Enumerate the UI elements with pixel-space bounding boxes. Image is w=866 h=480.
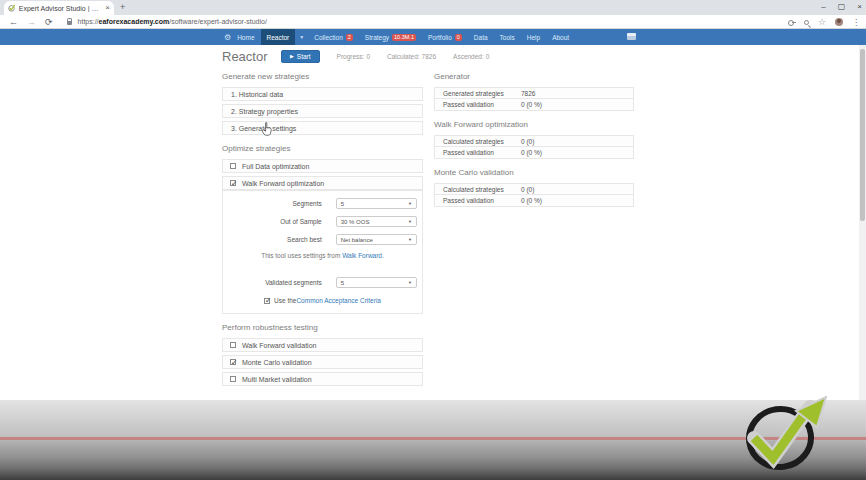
walk-forward-optimization-row[interactable]: Walk Forward optimization: [222, 176, 423, 190]
ascended-label: Ascended:: [453, 53, 484, 60]
accordion-item-generator-settings[interactable]: 3. Generator settings: [222, 121, 423, 135]
full-data-checkbox[interactable]: [230, 163, 236, 169]
validated-segments-value: 5: [341, 280, 344, 286]
monte-carlo-validation-row[interactable]: Monte Carlo validation: [222, 355, 423, 369]
row-label: Calculated strategies: [443, 186, 504, 193]
close-button[interactable]: ×: [857, 0, 862, 13]
nav-collection[interactable]: Collection2: [308, 29, 359, 45]
refresh-icon[interactable]: ⟳: [45, 16, 53, 28]
nav-home-label: Home: [237, 34, 254, 41]
segments-label: Segments: [228, 200, 322, 207]
segments-select[interactable]: 5▼: [336, 198, 417, 209]
monte-carlo-validation-checkbox[interactable]: [230, 359, 236, 365]
browser-tab-strip: Expert Advisor Studio | EA Fore × + – ▢ …: [0, 0, 866, 15]
row-value: 0 (0): [521, 186, 534, 193]
tab-title: Expert Advisor Studio | EA Fore: [19, 5, 103, 12]
validated-segments-select[interactable]: 5▼: [336, 277, 417, 288]
caret-down-icon: ▼: [408, 219, 412, 224]
row-value: 0 (0 %): [521, 101, 542, 108]
caret-down-icon: ▼: [408, 237, 412, 242]
accordion-item-historical-data[interactable]: 1. Historical data: [222, 87, 423, 101]
profile-avatar[interactable]: [835, 18, 843, 26]
calculated-stat: Calculated:7826: [387, 53, 436, 60]
collection-badge: 2: [346, 34, 353, 41]
nav-collection-label: Collection: [314, 34, 343, 41]
table-row: Passed validation0 (0 %): [434, 195, 634, 207]
nav-about[interactable]: About: [546, 29, 575, 45]
gear-icon[interactable]: ⚙: [224, 29, 231, 45]
results-column: Generator Generated strategies7826 Passe…: [434, 70, 634, 211]
screen: Expert Advisor Studio | EA Fore × + – ▢ …: [0, 0, 866, 480]
search-best-select[interactable]: Net balance▼: [336, 234, 417, 245]
reactor-dropdown-caret-icon[interactable]: ▼: [295, 29, 308, 45]
calculated-label: Calculated:: [387, 53, 420, 60]
acceptance-criteria-link[interactable]: Common Acceptance Criteria: [296, 297, 381, 304]
caret-down-icon: ▼: [408, 201, 412, 206]
ea-forex-academy-logo: [734, 396, 842, 476]
new-tab-button[interactable]: +: [120, 2, 125, 12]
walk-forward-link[interactable]: Walk Forward: [342, 252, 382, 259]
walk-forward-results-title: Walk Forward optimization: [434, 120, 634, 130]
acceptance-criteria-row: Use the Common Acceptance Criteria: [228, 297, 417, 304]
language-flag-icon[interactable]: [627, 33, 636, 40]
url-host: eaforexacademy.com: [99, 18, 170, 25]
walk-forward-checkbox[interactable]: [230, 180, 236, 186]
page-scrollbar[interactable]: [859, 45, 866, 400]
key-icon[interactable]: [788, 21, 795, 24]
walk-forward-label: Walk Forward optimization: [242, 180, 324, 187]
menu-kebab-icon[interactable]: ⋮: [852, 18, 860, 27]
nav-help[interactable]: Help: [521, 29, 546, 45]
validated-segments-label: Validated segments: [228, 279, 322, 286]
strategy-badge: 10.3M.1: [392, 34, 416, 41]
maximize-button[interactable]: ▢: [838, 0, 846, 13]
url-path: /software/expert-advisor-studio/: [169, 18, 267, 25]
row-label: Generated strategies: [443, 90, 504, 97]
nav-strategy[interactable]: Strategy10.3M.1: [359, 29, 422, 45]
row-value: 7826: [521, 90, 535, 97]
nav-data[interactable]: Data: [468, 29, 494, 45]
nav-reactor-label: Reactor: [267, 34, 290, 41]
settings-note: This tool uses settings from Walk Forwar…: [228, 252, 417, 259]
url-text[interactable]: https://eaforexacademy.com/software/expe…: [78, 18, 267, 25]
multi-market-validation-label: Multi Market validation: [242, 376, 312, 383]
generator-results-title: Generator: [434, 72, 634, 82]
note-prefix: This tool uses settings from: [261, 252, 342, 259]
browser-tab[interactable]: Expert Advisor Studio | EA Fore ×: [4, 1, 114, 15]
settings-column: Generate new strategies 1. Historical da…: [222, 70, 423, 389]
play-icon: ▶: [290, 53, 294, 59]
walk-forward-validation-checkbox[interactable]: [230, 342, 236, 348]
minimize-button[interactable]: –: [821, 0, 825, 13]
walk-forward-validation-label: Walk Forward validation: [242, 342, 316, 349]
out-of-sample-select[interactable]: 30 % OOS▼: [336, 216, 417, 227]
scrollbar-thumb[interactable]: [860, 49, 865, 221]
zoom-magnifier-icon[interactable]: [804, 20, 809, 25]
table-row: Calculated strategies0 (0): [434, 135, 634, 147]
acceptance-criteria-checkbox[interactable]: [264, 298, 270, 304]
nav-reactor[interactable]: Reactor: [261, 29, 296, 45]
out-of-sample-label: Out of Sample: [228, 218, 322, 225]
app-navbar: ⚙ Home Reactor ▼ Collection2 Strategy10.…: [0, 29, 866, 45]
multi-market-validation-checkbox[interactable]: [230, 376, 236, 382]
accordion-label: 1. Historical data: [231, 91, 283, 98]
nav-home[interactable]: Home: [231, 29, 260, 45]
walk-forward-results-table: Calculated strategies0 (0) Passed valida…: [434, 135, 634, 159]
tab-close-icon[interactable]: ×: [105, 4, 110, 12]
start-button-label: Start: [297, 53, 311, 60]
calculated-value: 7826: [422, 53, 436, 60]
full-data-optimization-row[interactable]: Full Data optimization: [222, 159, 423, 173]
start-button[interactable]: ▶ Start: [281, 50, 320, 63]
walk-forward-validation-row[interactable]: Walk Forward validation: [222, 338, 423, 352]
forward-icon[interactable]: →: [27, 16, 36, 28]
walk-forward-settings-panel: Segments 5▼ Out of Sample 30 % OOS▼ Sear…: [222, 190, 423, 314]
multi-market-validation-row[interactable]: Multi Market validation: [222, 372, 423, 386]
nav-strategy-label: Strategy: [365, 34, 389, 41]
accordion-item-strategy-properties[interactable]: 2. Strategy properties: [222, 104, 423, 118]
back-icon[interactable]: ←: [9, 16, 18, 28]
nav-tools[interactable]: Tools: [494, 29, 521, 45]
nav-about-label: About: [552, 34, 569, 41]
bookmark-star-icon[interactable]: ☆: [818, 18, 826, 27]
page-title: Reactor: [222, 49, 278, 64]
row-value: 0 (0 %): [521, 149, 542, 156]
nav-portfolio[interactable]: Portfolio0: [422, 29, 468, 45]
row-label: Passed validation: [443, 149, 494, 156]
